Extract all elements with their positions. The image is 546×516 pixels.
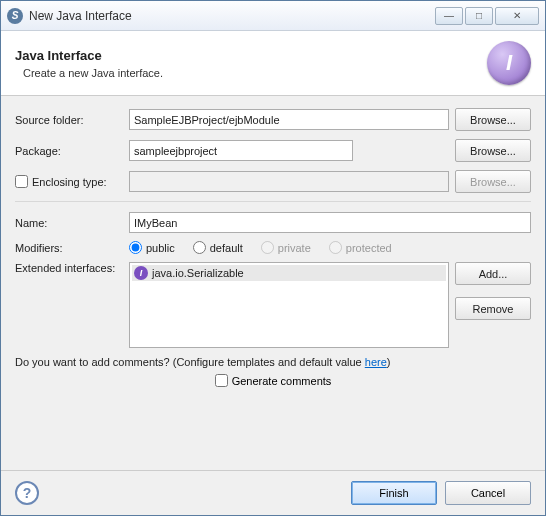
modifier-private-radio: private xyxy=(261,241,311,254)
interface-item-icon: I xyxy=(134,266,148,280)
app-icon: S xyxy=(7,8,23,24)
generate-comments-check-input[interactable] xyxy=(215,374,228,387)
extended-interfaces-label: Extended interfaces: xyxy=(15,262,123,274)
help-button[interactable]: ? xyxy=(15,481,39,505)
modifier-protected-radio: protected xyxy=(329,241,392,254)
form-body: Source folder: Browse... Package: Browse… xyxy=(1,96,545,470)
extended-interfaces-list[interactable]: I java.io.Serializable xyxy=(129,262,449,348)
enclosing-type-input xyxy=(129,171,449,192)
wizard-header: Java Interface Create a new Java interfa… xyxy=(1,31,545,96)
configure-templates-link[interactable]: here xyxy=(365,356,387,368)
add-interface-button[interactable]: Add... xyxy=(455,262,531,285)
separator xyxy=(15,201,531,202)
list-item-label: java.io.Serializable xyxy=(152,267,244,279)
name-label: Name: xyxy=(15,217,123,229)
minimize-button[interactable]: — xyxy=(435,7,463,25)
cancel-button[interactable]: Cancel xyxy=(445,481,531,505)
page-subtitle: Create a new Java interface. xyxy=(15,67,487,79)
enclosing-type-check-input[interactable] xyxy=(15,175,28,188)
package-input[interactable] xyxy=(129,140,353,161)
window-title: New Java Interface xyxy=(29,9,435,23)
generate-comments-checkbox[interactable]: Generate comments xyxy=(215,374,332,387)
dialog-footer: ? Finish Cancel xyxy=(1,470,545,515)
finish-button[interactable]: Finish xyxy=(351,481,437,505)
enclosing-type-checkbox[interactable]: Enclosing type: xyxy=(15,175,123,188)
modifier-public-radio[interactable]: public xyxy=(129,241,175,254)
interface-icon: I xyxy=(487,41,531,85)
generate-comments-label: Generate comments xyxy=(232,375,332,387)
modifiers-label: Modifiers: xyxy=(15,242,123,254)
modifier-default-radio[interactable]: default xyxy=(193,241,243,254)
package-label: Package: xyxy=(15,145,123,157)
source-folder-input[interactable] xyxy=(129,109,449,130)
dialog-window: S New Java Interface — □ ✕ Java Interfac… xyxy=(0,0,546,516)
package-browse-button[interactable]: Browse... xyxy=(455,139,531,162)
name-input[interactable] xyxy=(129,212,531,233)
page-title: Java Interface xyxy=(15,48,487,63)
remove-interface-button[interactable]: Remove xyxy=(455,297,531,320)
titlebar: S New Java Interface — □ ✕ xyxy=(1,1,545,31)
enclosing-type-label: Enclosing type: xyxy=(32,176,107,188)
maximize-button[interactable]: □ xyxy=(465,7,493,25)
close-button[interactable]: ✕ xyxy=(495,7,539,25)
source-folder-label: Source folder: xyxy=(15,114,123,126)
list-item[interactable]: I java.io.Serializable xyxy=(132,265,446,281)
enclosing-type-browse-button: Browse... xyxy=(455,170,531,193)
window-controls: — □ ✕ xyxy=(435,7,539,25)
comments-hint: Do you want to add comments? (Configure … xyxy=(15,356,531,368)
source-folder-browse-button[interactable]: Browse... xyxy=(455,108,531,131)
